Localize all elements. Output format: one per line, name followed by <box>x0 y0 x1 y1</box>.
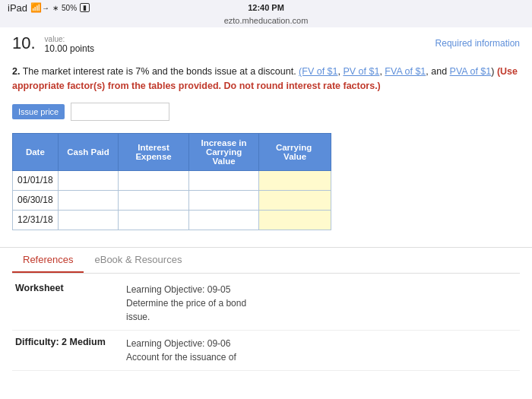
cell-carrying-value-2[interactable] <box>259 210 331 230</box>
warning-text: (Use appropriate factor(s) from the tabl… <box>12 66 518 91</box>
question-body: 2. The market interest rate is 7% and th… <box>0 59 532 97</box>
cell-date-0: 01/01/18 <box>13 170 59 190</box>
required-info: Required information <box>435 38 520 49</box>
cell-carrying-value-0[interactable] <box>259 170 331 190</box>
url-text: ezto.mheducation.com <box>224 16 309 25</box>
bluetooth-icon: ∗ <box>52 4 59 12</box>
question-header: 10. value: 10.00 points Required informa… <box>0 27 532 59</box>
points-value: 10.00 points <box>45 43 94 54</box>
ipad-label: iPad <box>8 2 27 14</box>
ref-label-worksheet: Worksheet <box>15 283 114 293</box>
tabs-section: References eBook & Resources Worksheet L… <box>0 247 532 374</box>
question-text: 2. The market interest rate is 7% and th… <box>12 65 520 93</box>
cell-cash-paid-1[interactable] <box>58 190 119 210</box>
col-header-interest-expense: InterestExpense <box>119 133 189 170</box>
ref-row-worksheet: Worksheet Learning Objective: 09-05Deter… <box>12 277 520 331</box>
cell-increase-carrying-0[interactable] <box>188 170 259 190</box>
issue-price-row: Issue price <box>0 97 532 127</box>
col-header-cash-paid: Cash Paid <box>58 133 119 170</box>
table-section: Date Cash Paid InterestExpense Increase … <box>0 127 532 239</box>
question-meta: value: 10.00 points <box>45 35 94 54</box>
ref-desc-difficulty: Learning Objective: 09-06Account for the… <box>126 337 236 364</box>
tab-ebook[interactable]: eBook & Resources <box>84 248 192 273</box>
ref-label-difficulty: Difficulty: 2 Medium <box>15 337 114 347</box>
issue-price-label: Issue price <box>12 104 65 119</box>
battery-label: 50% <box>62 4 77 12</box>
cell-cash-paid-2[interactable] <box>58 210 119 230</box>
url-bar: ezto.mheducation.com <box>0 15 532 27</box>
table-row: 06/30/18 <box>13 190 331 210</box>
col-header-carrying-value: Carrying Value <box>259 133 331 170</box>
battery-icon: ▮ <box>80 3 90 12</box>
tabs-nav: References eBook & Resources <box>12 248 520 274</box>
question-num-inline: 2. <box>12 66 20 77</box>
amortization-table: Date Cash Paid InterestExpense Increase … <box>12 133 331 230</box>
col-header-increase-carrying: Increase inCarrying Value <box>188 133 259 170</box>
direction-icon: → <box>42 4 49 12</box>
time-display: 12:40 PM <box>248 3 284 12</box>
table-row: 01/01/18 <box>13 170 331 190</box>
pva-link[interactable]: PVA of $1 <box>450 66 492 77</box>
cell-cash-paid-0[interactable] <box>58 170 119 190</box>
cell-interest-expense-1[interactable] <box>119 190 189 210</box>
content-area: 10. value: 10.00 points Required informa… <box>0 27 532 399</box>
col-header-date: Date <box>13 133 59 170</box>
value-label: value: <box>45 35 94 43</box>
wifi-icon: 📶 <box>30 2 42 13</box>
fva-link[interactable]: FVA of $1 <box>385 66 426 77</box>
cell-increase-carrying-2[interactable] <box>188 210 259 230</box>
cell-date-1: 06/30/18 <box>13 190 59 210</box>
references-content: Worksheet Learning Objective: 09-05Deter… <box>12 274 520 374</box>
cell-interest-expense-0[interactable] <box>119 170 189 190</box>
cell-interest-expense-2[interactable] <box>119 210 189 230</box>
question-number: 10. <box>12 35 36 52</box>
cell-date-2: 12/31/18 <box>13 210 59 230</box>
cell-increase-carrying-1[interactable] <box>188 190 259 210</box>
fv-link[interactable]: (FV of $1 <box>299 66 337 77</box>
status-bar: iPad 📶 12:40 PM → ∗ 50% ▮ <box>0 0 532 15</box>
issue-price-input[interactable] <box>71 103 169 121</box>
cell-carrying-value-1[interactable] <box>259 190 331 210</box>
pv-link[interactable]: PV of $1 <box>343 66 379 77</box>
question-header-left: 10. value: 10.00 points <box>12 35 94 54</box>
table-row: 12/31/18 <box>13 210 331 230</box>
ref-row-difficulty: Difficulty: 2 Medium Learning Objective:… <box>12 331 520 371</box>
ref-desc-worksheet: Learning Objective: 09-05Determine the p… <box>126 283 246 324</box>
tab-references[interactable]: References <box>12 248 84 273</box>
